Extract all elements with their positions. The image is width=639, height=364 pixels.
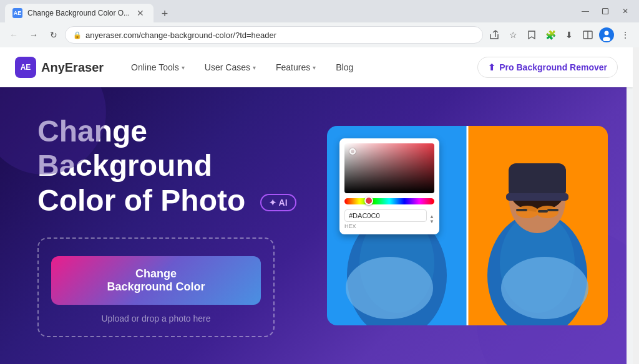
nav-item-features[interactable]: Features ▾: [268, 57, 323, 77]
close-button[interactable]: ✕: [617, 2, 634, 20]
spectrum-cursor: [349, 148, 356, 155]
nav-items: Online Tools ▾ User Cases ▾ Features ▾ B…: [124, 57, 477, 77]
profile-avatar: [599, 27, 614, 42]
model-orange-side: [467, 126, 608, 325]
chevron-down-icon: ▾: [182, 64, 185, 71]
maximize-button[interactable]: [597, 2, 614, 20]
tab-close-button[interactable]: ✕: [135, 7, 146, 19]
color-spectrum[interactable]: [344, 143, 434, 193]
hero-section: Change Background Color of Photo ✦ AI Ch…: [0, 87, 633, 364]
new-tab-button[interactable]: +: [156, 5, 173, 22]
split-view-icon[interactable]: [579, 26, 597, 44]
browser-tab[interactable]: AE Change Background Color O... ✕: [5, 4, 154, 22]
pro-btn-label: Pro Background Remover: [499, 62, 607, 72]
svg-point-7: [346, 257, 433, 319]
nav-label-online-tools: Online Tools: [131, 62, 179, 72]
hex-input-row: HEX ▲ ▼: [344, 209, 434, 229]
svg-rect-22: [509, 163, 566, 198]
color-picker-overlay[interactable]: HEX ▲ ▼: [339, 138, 439, 234]
nav-label-blog: Blog: [336, 62, 353, 72]
hue-thumb: [364, 196, 373, 205]
logo-area: AE AnyEraser: [15, 57, 104, 78]
preview-card: HEX ▲ ▼: [327, 126, 608, 325]
svg-rect-28: [547, 209, 559, 211]
menu-icon[interactable]: ⋮: [617, 26, 634, 44]
svg-rect-26: [538, 210, 548, 213]
upload-zone[interactable]: Change Background Color Upload or drop a…: [37, 237, 275, 337]
chevron-down-icon: ▾: [253, 64, 256, 71]
hero-right-preview: HEX ▲ ▼: [327, 126, 608, 325]
preview-orange-bg: [467, 126, 608, 325]
address-bar: ← → ↻ 🔒 anyeraser.com/change-background-…: [0, 22, 639, 47]
page-content: AE AnyEraser Online Tools ▾ User Cases ▾…: [0, 47, 633, 364]
arrow-down-icon[interactable]: ▼: [429, 219, 434, 224]
logo-icon: AE: [15, 57, 36, 78]
svg-rect-23: [506, 193, 568, 201]
hex-label: HEX: [344, 223, 427, 229]
tab-favicon: AE: [12, 8, 22, 18]
change-background-color-button[interactable]: Change Background Color: [51, 256, 261, 305]
svg-point-19: [501, 257, 588, 319]
svg-point-24: [516, 206, 539, 218]
svg-rect-0: [603, 9, 608, 14]
browser-window: AE Change Background Color O... ✕ + — ✕: [0, 0, 639, 364]
nav-label-features: Features: [276, 62, 310, 72]
nav-item-blog[interactable]: Blog: [328, 57, 361, 77]
brand-name: AnyEraser: [41, 60, 104, 75]
hex-arrows: ▲ ▼: [429, 214, 434, 224]
profile-icon[interactable]: [598, 26, 615, 44]
ai-star-icon: ✦: [269, 198, 276, 208]
url-bar[interactable]: 🔒 anyeraser.com/change-background-color/…: [65, 26, 483, 44]
forward-button[interactable]: →: [25, 26, 42, 44]
pro-background-remover-button[interactable]: ⬆ Pro Background Remover: [477, 57, 618, 78]
nav-item-user-cases[interactable]: User Cases ▾: [197, 57, 263, 77]
bookmark-icon[interactable]: ☆: [504, 26, 522, 44]
svg-point-4: [603, 37, 610, 41]
navbar: AE AnyEraser Online Tools ▾ User Cases ▾…: [0, 47, 633, 87]
bookmarks-icon[interactable]: [523, 26, 540, 44]
hex-input-container: HEX: [344, 209, 427, 229]
url-text: anyeraser.com/change-background-color/?t…: [85, 31, 475, 40]
chevron-down-icon: ▾: [313, 64, 316, 71]
share-icon[interactable]: [485, 26, 503, 44]
lock-icon: 🔒: [73, 31, 82, 39]
download-icon[interactable]: ⬇: [560, 26, 578, 44]
hex-input[interactable]: [344, 209, 427, 222]
nav-item-online-tools[interactable]: Online Tools ▾: [124, 57, 192, 77]
ai-badge-label: AI: [279, 198, 288, 208]
scrollbar-track[interactable]: [627, 47, 633, 364]
tab-title: Change Background Color O...: [27, 9, 130, 17]
hue-slider[interactable]: [344, 198, 434, 204]
before-after-divider: [467, 126, 469, 325]
title-bar: AE Change Background Color O... ✕ + — ✕: [0, 0, 639, 22]
window-controls: — ✕: [577, 2, 634, 20]
back-button[interactable]: ←: [5, 26, 22, 44]
toolbar-icons: ☆ 🧩 ⬇: [485, 26, 634, 44]
extensions-icon[interactable]: 🧩: [542, 26, 559, 44]
minimize-button[interactable]: —: [577, 2, 594, 20]
svg-point-3: [605, 31, 609, 36]
upload-hint-text: Upload or drop a photo here: [51, 314, 261, 323]
refresh-button[interactable]: ↻: [45, 26, 62, 44]
upload-icon: ⬆: [488, 62, 495, 72]
ai-badge: ✦ AI: [260, 194, 296, 211]
svg-rect-27: [516, 209, 527, 211]
nav-label-user-cases: User Cases: [205, 62, 250, 72]
